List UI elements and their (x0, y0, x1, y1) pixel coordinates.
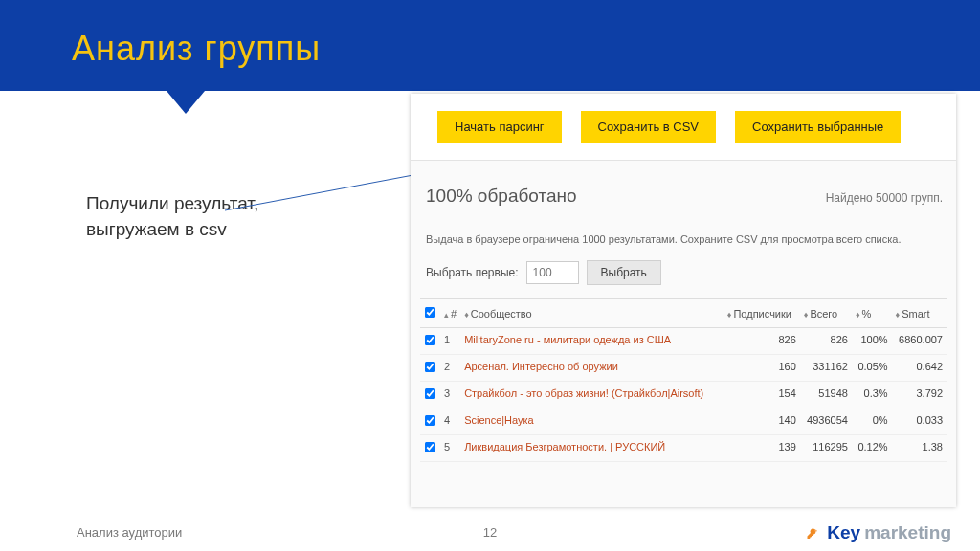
table-header-row: ▴# ♦Сообщество ♦Подписчики ♦Всего ♦% ♦Sm… (420, 299, 947, 328)
choose-button[interactable]: Выбрать (587, 260, 661, 285)
row-smart: 0.642 (892, 355, 947, 382)
row-subs: 140 (724, 408, 800, 435)
row-total: 51948 (800, 382, 852, 408)
row-smart: 6860.007 (892, 328, 947, 355)
row-pct: 0.12% (852, 435, 892, 462)
status-bar: 100% обработано Найдено 50000 групп. (411, 161, 956, 212)
logo: Keymarketing (806, 522, 951, 543)
row-total: 826 (800, 328, 852, 355)
key-icon (806, 524, 823, 541)
page-number: 12 (483, 525, 497, 540)
select-first-row: Выбрать первые: Выбрать (411, 247, 956, 298)
app-toolbar: Начать парсинг Сохранить в CSV Сохранить… (411, 94, 956, 161)
parse-button[interactable]: Начать парсинг (437, 111, 562, 143)
row-community[interactable]: MilitaryZone.ru - милитари одежда из США (460, 328, 724, 355)
processed-text: 100% обработано (426, 186, 577, 207)
row-community[interactable]: Арсенал. Интересно об оружии (460, 355, 724, 382)
row-smart: 0.033 (892, 408, 947, 435)
row-pct: 0% (852, 408, 892, 435)
row-total: 116295 (800, 435, 852, 462)
col-community[interactable]: ♦Сообщество (460, 299, 724, 328)
table-row: 5Ликвидация Безграмотности. | РУССКИЙ139… (420, 435, 947, 462)
row-index: 4 (440, 408, 460, 435)
row-index: 2 (440, 355, 460, 382)
col-smart[interactable]: ♦Smart (892, 299, 947, 328)
logo-rest: marketing (864, 522, 951, 543)
slide-header: Анализ группы (0, 0, 980, 91)
row-index: 3 (440, 382, 460, 408)
row-subs: 826 (724, 328, 800, 355)
select-first-input[interactable] (526, 261, 579, 284)
row-community[interactable]: Science|Наука (460, 408, 724, 435)
app-panel: Начать парсинг Сохранить в CSV Сохранить… (411, 94, 956, 507)
row-checkbox[interactable] (425, 335, 435, 345)
save-csv-button[interactable]: Сохранить в CSV (581, 111, 716, 143)
slide-footer: Анализ аудитории 12 Keymarketing (0, 513, 980, 551)
col-subs[interactable]: ♦Подписчики (724, 299, 800, 328)
row-checkbox[interactable] (425, 415, 435, 426)
footer-text: Анализ аудитории (77, 525, 182, 540)
row-community[interactable]: Страйкбол - это образ жизни! (Страйкбол|… (460, 382, 724, 408)
hint-text: Выдача в браузере ограничена 1000 резуль… (411, 212, 956, 247)
col-checkbox[interactable] (420, 299, 440, 328)
row-subs: 139 (724, 435, 800, 462)
row-total: 331162 (800, 355, 852, 382)
table-row: 4Science|Наука14049360540%0.033 (420, 408, 947, 435)
table-row: 1MilitaryZone.ru - милитари одежда из СШ… (420, 328, 947, 355)
row-pct: 0.05% (852, 355, 892, 382)
col-pct[interactable]: ♦% (852, 299, 892, 328)
slide-title: Анализ группы (72, 29, 980, 69)
row-pct: 0.3% (852, 382, 892, 408)
row-index: 1 (440, 328, 460, 355)
row-index: 5 (440, 435, 460, 462)
row-checkbox[interactable] (425, 362, 435, 372)
row-smart: 3.792 (892, 382, 947, 408)
table-row: 3Страйкбол - это образ жизни! (Страйкбол… (420, 382, 947, 408)
annotation-text: Получили результат, выгружаем в csv (86, 191, 316, 242)
row-community[interactable]: Ликвидация Безграмотности. | РУССКИЙ (460, 435, 724, 462)
row-subs: 160 (724, 355, 800, 382)
row-total: 4936054 (800, 408, 852, 435)
col-total[interactable]: ♦Всего (800, 299, 852, 328)
col-index[interactable]: ▴# (440, 299, 460, 328)
save-selected-button[interactable]: Сохранить выбранные (735, 111, 901, 143)
found-text: Найдено 50000 групп. (826, 191, 943, 205)
logo-key: Key (827, 522, 860, 543)
row-pct: 100% (852, 328, 892, 355)
results-table: ▴# ♦Сообщество ♦Подписчики ♦Всего ♦% ♦Sm… (420, 298, 947, 462)
row-checkbox[interactable] (425, 442, 435, 452)
chevron-down-icon (167, 91, 205, 114)
table-row: 2Арсенал. Интересно об оружии1603311620.… (420, 355, 947, 382)
row-smart: 1.38 (892, 435, 947, 462)
select-first-label: Выбрать первые: (426, 266, 519, 279)
select-all-checkbox[interactable] (425, 307, 435, 318)
row-subs: 154 (724, 382, 800, 408)
row-checkbox[interactable] (425, 388, 435, 399)
